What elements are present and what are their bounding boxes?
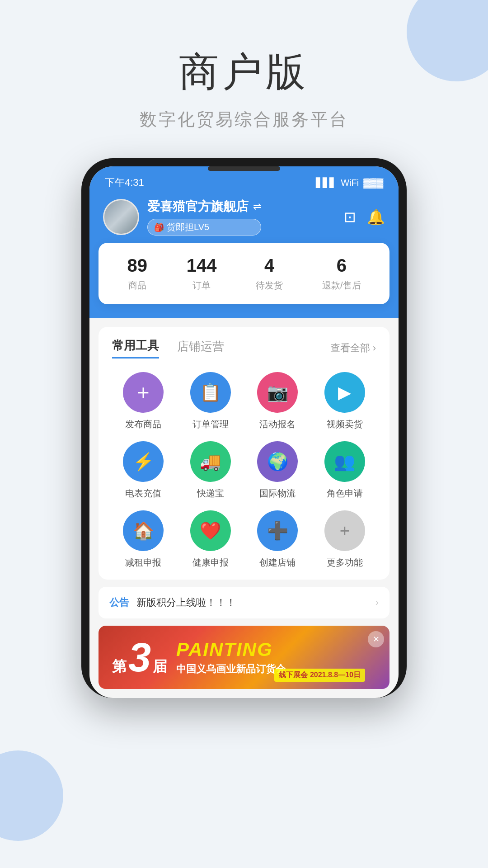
tool-role-application-label: 角色申请 [327, 487, 363, 500]
page-subtitle: 数字化贸易综合服务平台 [0, 108, 488, 131]
tool-electricity-recharge-icon: ⚡ [123, 441, 164, 482]
tool-express[interactable]: 🚚 快递宝 [179, 441, 242, 500]
tool-international-logistics-icon: 🌍 [257, 441, 298, 482]
stat-orders-label: 订单 [192, 279, 211, 292]
banner-prefix: 第 [112, 657, 127, 677]
tool-video-selling[interactable]: ▶ 视频卖货 [314, 372, 376, 430]
header-left: 爱喜猫官方旗舰店 ⇌ 🎒 货郎担LV5 [103, 198, 261, 236]
tool-publish-product-label: 发布商品 [125, 418, 161, 430]
stat-refund-number: 6 [337, 255, 347, 276]
tool-publish-product-icon: + [123, 372, 164, 413]
avatar-image [104, 200, 138, 234]
phone-mockup: 下午4:31 ▋▋▋ WiFi ▓▓▓ 爱喜猫官方 [81, 158, 407, 698]
level-badge: 🎒 货郎担LV5 [147, 219, 261, 236]
tool-more-features[interactable]: + 更多功能 [314, 510, 376, 569]
tool-activity-signup-icon: 📷 [257, 372, 298, 413]
stat-refund[interactable]: 6 退款/售后 [322, 255, 361, 292]
tool-rent-reduction[interactable]: 🏠 减租申报 [112, 510, 175, 569]
tool-express-label: 快递宝 [197, 487, 224, 500]
view-all-button[interactable]: 查看全部 › [330, 341, 376, 355]
tabs-row: 常用工具 店铺运营 查看全部 › [112, 338, 376, 359]
header-info: 爱喜猫官方旗舰店 ⇌ 🎒 货郎担LV5 [147, 198, 261, 236]
tool-electricity-recharge-label: 电表充值 [125, 487, 161, 500]
notice-tag: 公告 [109, 596, 129, 609]
tool-activity-signup[interactable]: 📷 活动报名 [246, 372, 309, 430]
stat-products-label: 商品 [128, 279, 146, 292]
banner-close-button[interactable]: ✕ [368, 631, 384, 647]
wifi-icon: WiFi [341, 178, 359, 188]
tool-electricity-recharge[interactable]: ⚡ 电表充值 [112, 441, 175, 500]
tool-grid: + 发布商品 📋 订单管理 📷 活动报名 [112, 372, 376, 569]
tool-order-management[interactable]: 📋 订单管理 [179, 372, 242, 430]
tool-role-application-icon: 👥 [324, 441, 365, 482]
banner-date: 线下展会 2021.8.8—10日 [274, 669, 365, 682]
tool-health-declaration[interactable]: ❤️ 健康申报 [179, 510, 242, 569]
tool-health-declaration-icon: ❤️ [190, 510, 231, 551]
signal-icon: ▋▋▋ [316, 177, 336, 188]
tool-order-management-label: 订单管理 [192, 418, 229, 430]
notice-text: 新版积分上线啦！！！ [136, 596, 368, 609]
switch-store-icon[interactable]: ⇌ [253, 201, 261, 212]
banner[interactable]: 第 3 届 PAINTING 中国义乌画业新品订货会 ✕ 线下展会 2021.8… [99, 626, 389, 689]
stat-orders-number: 144 [187, 255, 217, 276]
tool-international-logistics[interactable]: 🌍 国际物流 [246, 441, 309, 500]
badge-icon: 🎒 [154, 222, 164, 232]
tool-order-management-icon: 📋 [190, 372, 231, 413]
tool-video-selling-label: 视频卖货 [327, 418, 363, 430]
status-icons: ▋▋▋ WiFi ▓▓▓ [316, 177, 383, 188]
tool-create-store[interactable]: ➕ 创建店铺 [246, 510, 309, 569]
header-right: ⊡ 🔔 [344, 208, 385, 226]
phone-notch [208, 166, 280, 171]
bg-decoration-bottom [0, 750, 63, 841]
stat-products-number: 89 [127, 255, 147, 276]
level-text: 货郎担LV5 [167, 221, 209, 233]
banner-text: PAINTING 中国义乌画业新品订货会 [176, 639, 286, 676]
notification-button[interactable]: 🔔 [367, 208, 385, 226]
stat-pending[interactable]: 4 待发货 [256, 255, 283, 292]
tab-common-tools[interactable]: 常用工具 [112, 338, 159, 359]
chevron-right-icon: › [373, 342, 376, 354]
stat-pending-number: 4 [264, 255, 274, 276]
notice-bar[interactable]: 公告 新版积分上线啦！！！ › [99, 587, 389, 618]
app-header: 爱喜猫官方旗舰店 ⇌ 🎒 货郎担LV5 ⊡ 🔔 [89, 191, 399, 249]
tool-activity-signup-label: 活动报名 [259, 418, 296, 430]
stat-refund-label: 退款/售后 [322, 279, 361, 292]
tool-more-features-label: 更多功能 [327, 557, 363, 569]
banner-suffix: 届 [153, 657, 167, 677]
tools-section: 常用工具 店铺运营 查看全部 › + 发布商品 [99, 327, 389, 580]
status-time: 下午4:31 [105, 176, 144, 189]
tool-publish-product[interactable]: + 发布商品 [112, 372, 175, 430]
tool-more-features-icon: + [324, 510, 365, 551]
banner-subtitle: 中国义乌画业新品订货会 [176, 662, 286, 676]
tool-create-store-icon: ➕ [257, 510, 298, 551]
tool-create-store-label: 创建店铺 [259, 557, 296, 569]
banner-title: PAINTING [176, 639, 286, 660]
tool-role-application[interactable]: 👥 角色申请 [314, 441, 376, 500]
stat-pending-label: 待发货 [256, 279, 283, 292]
avatar[interactable] [103, 199, 139, 235]
notice-arrow-icon: › [375, 597, 379, 609]
stats-card: 89 商品 144 订单 4 待发货 6 退款/售后 [99, 243, 389, 304]
banner-number-block: 第 3 届 [112, 637, 167, 678]
tool-express-icon: 🚚 [190, 441, 231, 482]
header-top: 爱喜猫官方旗舰店 ⇌ 🎒 货郎担LV5 ⊡ 🔔 [103, 198, 385, 236]
view-all-label: 查看全部 [330, 341, 370, 355]
tool-health-declaration-label: 健康申报 [192, 557, 229, 569]
banner-number: 3 [128, 637, 151, 678]
tool-rent-reduction-icon: 🏠 [123, 510, 164, 551]
store-name: 爱喜猫官方旗舰店 [147, 198, 249, 215]
stat-orders[interactable]: 144 订单 [187, 255, 217, 292]
tool-video-selling-icon: ▶ [324, 372, 365, 413]
stat-products[interactable]: 89 商品 [127, 255, 147, 292]
tool-international-logistics-label: 国际物流 [259, 487, 296, 500]
tool-rent-reduction-label: 减租申报 [125, 557, 161, 569]
scan-button[interactable]: ⊡ [344, 208, 356, 226]
battery-icon: ▓▓▓ [363, 178, 383, 188]
phone-screen: 下午4:31 ▋▋▋ WiFi ▓▓▓ 爱喜猫官方 [89, 166, 399, 698]
tab-store-operations[interactable]: 店铺运营 [177, 339, 224, 358]
store-name-row: 爱喜猫官方旗舰店 ⇌ [147, 198, 261, 215]
phone-wrapper: 下午4:31 ▋▋▋ WiFi ▓▓▓ 爱喜猫官方 [0, 158, 488, 698]
